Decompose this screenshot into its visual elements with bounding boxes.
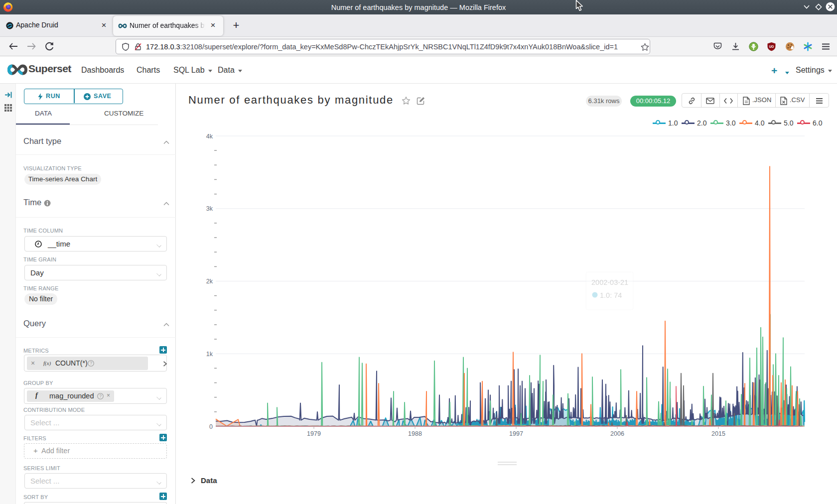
svg-text:1.0: 74: 1.0: 74 — [600, 291, 622, 299]
svg-text:0: 0 — [209, 423, 213, 430]
svg-text:4k: 4k — [206, 133, 213, 140]
svg-text:1k: 1k — [206, 351, 213, 358]
svg-text:?: ? — [99, 393, 102, 398]
svg-text:?: ? — [90, 361, 92, 366]
svg-text:2k: 2k — [206, 278, 213, 285]
svg-text:1979: 1979 — [307, 430, 321, 437]
svg-text:2002-03-21: 2002-03-21 — [591, 278, 628, 286]
svg-text:UO: UO — [769, 45, 774, 48]
svg-text:2006: 2006 — [610, 430, 624, 437]
svg-text:1997: 1997 — [509, 430, 523, 437]
svg-text:1988: 1988 — [408, 430, 422, 437]
svg-text:2015: 2015 — [711, 430, 725, 437]
svg-text:3k: 3k — [206, 205, 213, 212]
